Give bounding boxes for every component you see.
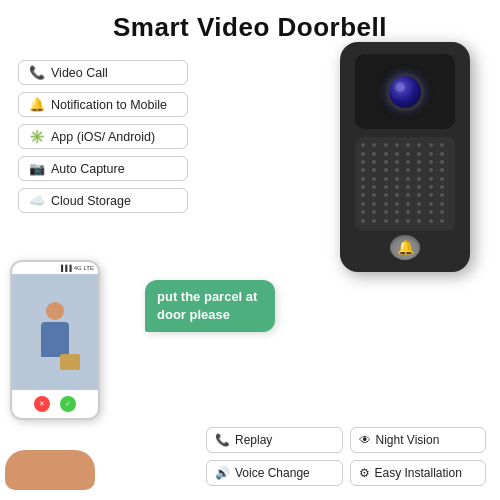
speaker-dot — [372, 193, 376, 197]
speaker-dot — [395, 185, 399, 189]
speaker-dot — [406, 185, 410, 189]
person-head — [46, 302, 64, 320]
speaker-dot — [384, 160, 388, 164]
speaker-dot — [361, 152, 365, 156]
speaker-dot — [429, 219, 433, 223]
speaker-dot — [361, 219, 365, 223]
phone-mockup: ▌▌▌ 4G LTE ✕ ✓ — [10, 260, 100, 420]
video-feed — [12, 274, 98, 390]
bottom-feature-icon: 🔊 — [215, 466, 230, 480]
speaker-dot — [384, 219, 388, 223]
speaker-dot — [361, 202, 365, 206]
speaker-dot — [440, 160, 444, 164]
speaker-dot — [372, 160, 376, 164]
feature-label: Video Call — [51, 66, 108, 80]
feature-icon: ☁️ — [29, 193, 45, 208]
speaker-dot — [395, 202, 399, 206]
speaker-dot — [440, 219, 444, 223]
package — [60, 354, 80, 370]
speaker-dot — [429, 185, 433, 189]
phone-controls: ✕ ✓ — [12, 390, 98, 418]
speaker-dot — [417, 168, 421, 172]
speaker-dot — [417, 185, 421, 189]
feature-icon: 📞 — [29, 65, 45, 80]
bottom-feature-label: Replay — [235, 433, 272, 447]
bottom-features: 📞Replay👁Night Vision🔊Voice Change⚙Easy I… — [206, 427, 486, 486]
feature-label: App (iOS/ Android) — [51, 130, 155, 144]
speaker-dot — [440, 143, 444, 147]
speaker-dot — [406, 168, 410, 172]
person-figure — [38, 302, 73, 362]
speaker-dot — [417, 219, 421, 223]
bottom-feature-item: 🔊Voice Change — [206, 460, 343, 486]
feature-item: 📞Video Call — [18, 60, 188, 85]
status-text: 4G LTE — [74, 265, 94, 271]
speaker-dot — [429, 193, 433, 197]
speaker-dot — [384, 168, 388, 172]
speaker-dot — [372, 210, 376, 214]
speaker-dot — [417, 177, 421, 181]
speaker-dot — [417, 152, 421, 156]
bottom-feature-item: 👁Night Vision — [350, 427, 487, 453]
speaker-dot — [406, 210, 410, 214]
speaker-dot — [406, 177, 410, 181]
signal-icon: ▌▌▌ — [61, 265, 74, 271]
speaker-dot — [395, 193, 399, 197]
hand-shape — [5, 450, 95, 490]
speaker-dot — [384, 177, 388, 181]
speaker-dot — [384, 210, 388, 214]
bottom-feature-label: Easy Installation — [375, 466, 462, 480]
speaker-grille — [355, 137, 455, 231]
speaker-dot — [384, 143, 388, 147]
bell-button[interactable]: 🔔 — [390, 235, 420, 260]
feature-label: Auto Capture — [51, 162, 125, 176]
speaker-dot — [384, 152, 388, 156]
feature-item: ✳️App (iOS/ Android) — [18, 124, 188, 149]
speaker-dot — [395, 177, 399, 181]
speaker-dot — [372, 143, 376, 147]
speaker-dot — [384, 193, 388, 197]
speaker-dot — [384, 202, 388, 206]
decline-button[interactable]: ✕ — [34, 396, 50, 412]
speaker-dot — [440, 177, 444, 181]
speaker-dot — [361, 193, 365, 197]
speaker-dot — [384, 185, 388, 189]
feature-label: Cloud Storage — [51, 194, 131, 208]
doorbell-device: 🔔 — [340, 42, 470, 272]
speaker-dot — [440, 168, 444, 172]
speaker-dot — [361, 210, 365, 214]
feature-label: Notification to Mobile — [51, 98, 167, 112]
camera-area — [355, 54, 455, 129]
speaker-dot — [361, 143, 365, 147]
speaker-dot — [372, 152, 376, 156]
speaker-dot — [440, 193, 444, 197]
bottom-feature-label: Night Vision — [376, 433, 440, 447]
speaker-dot — [417, 210, 421, 214]
bottom-feature-item: 📞Replay — [206, 427, 343, 453]
speaker-dot — [429, 210, 433, 214]
feature-icon: ✳️ — [29, 129, 45, 144]
speaker-dot — [429, 168, 433, 172]
chat-bubble: put the parcel at door please — [145, 280, 275, 332]
speaker-dot — [406, 202, 410, 206]
feature-icon: 📷 — [29, 161, 45, 176]
speaker-dot — [372, 185, 376, 189]
accept-button[interactable]: ✓ — [60, 396, 76, 412]
feature-icon: 🔔 — [29, 97, 45, 112]
speaker-dot — [429, 177, 433, 181]
speaker-dot — [429, 202, 433, 206]
speaker-dot — [361, 160, 365, 164]
speaker-dot — [440, 202, 444, 206]
feature-item: 📷Auto Capture — [18, 156, 188, 181]
speaker-dot — [406, 143, 410, 147]
phone-status-bar: ▌▌▌ 4G LTE — [12, 262, 98, 274]
hand — [0, 440, 110, 490]
speaker-dot — [361, 168, 365, 172]
speaker-dot — [406, 152, 410, 156]
speaker-dot — [417, 143, 421, 147]
page-container: Smart Video Doorbell 📞Video Call🔔Notific… — [0, 0, 500, 500]
speaker-dot — [372, 168, 376, 172]
phone-screen: ▌▌▌ 4G LTE ✕ ✓ — [12, 262, 98, 418]
speaker-dot — [372, 177, 376, 181]
feature-item: ☁️Cloud Storage — [18, 188, 188, 213]
